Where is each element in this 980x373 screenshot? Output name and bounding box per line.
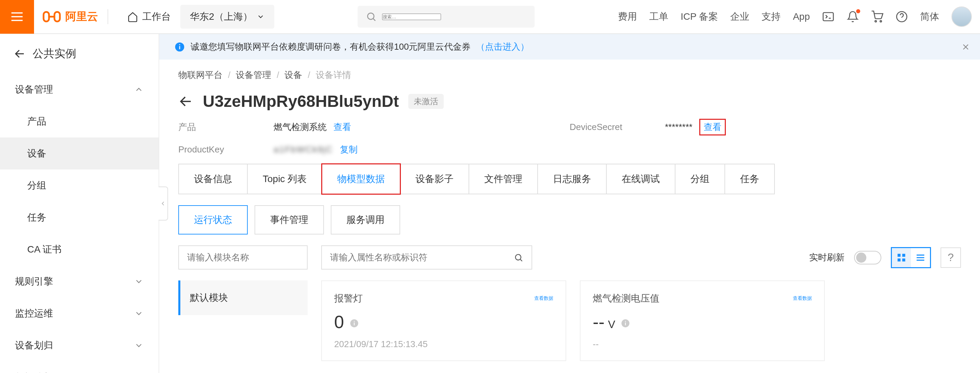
tab-log-service[interactable]: 日志服务 (537, 164, 607, 194)
nav-group-rule-engine[interactable]: 规则引擎 (0, 265, 159, 297)
bc-iot-platform[interactable]: 物联网平台 (178, 69, 223, 81)
tab-tsl-data[interactable]: 物模型数据 (321, 163, 401, 194)
bc-device-mgmt[interactable]: 设备管理 (236, 69, 271, 81)
terminal-button[interactable] (822, 11, 834, 23)
bc-devices[interactable]: 设备 (285, 69, 302, 81)
productkey-copy-link[interactable]: 复制 (340, 143, 358, 156)
svg-line-25 (520, 259, 522, 261)
view-list-button[interactable] (911, 248, 930, 267)
card-view-data-link[interactable]: 查看数据 (793, 295, 812, 301)
back-button[interactable] (178, 94, 193, 109)
search-input[interactable] (382, 14, 441, 20)
module-search-input[interactable] (187, 252, 298, 263)
svg-rect-37 (625, 323, 626, 325)
link-cost[interactable]: 费用 (618, 10, 637, 23)
nav-group-device-assign[interactable]: 设备划归 (0, 330, 159, 362)
svg-rect-4 (54, 12, 60, 21)
view-grid-button[interactable] (892, 248, 911, 267)
tab-group[interactable]: 分组 (675, 164, 725, 194)
svg-point-6 (368, 13, 374, 19)
tab-task[interactable]: 任务 (724, 164, 775, 194)
brand-logo[interactable]: 阿里云 (42, 9, 108, 24)
help-button[interactable] (896, 11, 908, 23)
nav-group-device-mgmt[interactable]: 设备管理 (0, 73, 159, 105)
tab-online-debug[interactable]: 在线调试 (606, 164, 675, 194)
nav-group-monitor[interactable]: 监控运维 (0, 297, 159, 330)
sidebar-back[interactable]: 公共实例 (0, 34, 159, 73)
link-app[interactable]: App (793, 11, 810, 22)
secret-view-link[interactable]: 查看 (704, 122, 721, 132)
cart-button[interactable] (871, 11, 883, 23)
link-lang[interactable]: 简体 (920, 10, 939, 23)
chevron-down-icon (134, 277, 143, 286)
card-unit: V (608, 318, 615, 331)
subtab-service-call[interactable]: 服务调用 (331, 205, 400, 234)
module-item-default[interactable]: 默认模块 (178, 281, 308, 315)
avatar[interactable] (951, 6, 972, 27)
attr-search-box[interactable] (321, 245, 532, 269)
nav-item-ca[interactable]: CA 证书 (0, 233, 159, 265)
terminal-icon (822, 11, 834, 23)
svg-rect-17 (179, 46, 180, 49)
svg-rect-35 (354, 321, 355, 322)
subtab-runtime-status[interactable]: 运行状态 (178, 205, 248, 234)
nav-item-device[interactable]: 设备 (0, 137, 159, 169)
home-icon (127, 11, 138, 22)
nav-item-product[interactable]: 产品 (0, 105, 159, 137)
svg-rect-27 (902, 253, 905, 257)
nav-item-task[interactable]: 任务 (0, 201, 159, 233)
info-hint-icon[interactable] (350, 319, 359, 328)
card-value: -- (593, 312, 605, 332)
tab-device-info[interactable]: 设备信息 (178, 164, 248, 194)
tabs: 设备信息 Topic 列表 物模型数据 设备影子 文件管理 日志服务 在线调试 … (159, 164, 980, 194)
card-gas-voltage: 燃气检测电压值 查看数据 -- V -- (580, 281, 825, 361)
global-search[interactable] (358, 6, 535, 27)
workbench-link[interactable]: 工作台 (118, 5, 180, 29)
link-support[interactable]: 支持 (762, 10, 781, 23)
title-row: U3zeHMpRy68HBlu5ynDt 未激活 (159, 85, 980, 119)
info-hint-icon[interactable] (620, 319, 630, 328)
tab-device-shadow[interactable]: 设备影子 (400, 164, 469, 194)
subtab-event-mgmt[interactable]: 事件管理 (255, 205, 324, 234)
module-search-box[interactable] (178, 245, 308, 269)
meta-product-value: 燃气检测系统 (274, 121, 327, 133)
info-banner: 诚邀您填写物联网平台依赖度调研问卷，有机会获得100元阿里云代金券 （点击进入） (159, 34, 980, 59)
help-icon (896, 11, 908, 23)
hamburger-icon (10, 9, 24, 24)
card-value: 0 (334, 312, 344, 332)
tab-file-mgmt[interactable]: 文件管理 (469, 164, 538, 194)
realtime-label: 实时刷新 (809, 252, 845, 263)
banner-close[interactable] (961, 42, 970, 52)
product-view-link[interactable]: 查看 (334, 121, 351, 133)
link-ticket[interactable]: 工单 (649, 10, 668, 23)
cart-icon (871, 11, 883, 23)
link-enterprise[interactable]: 企业 (730, 10, 749, 23)
sidebar-collapse-handle[interactable] (159, 186, 168, 220)
link-icp[interactable]: ICP 备案 (681, 10, 718, 23)
realtime-toggle[interactable] (854, 251, 881, 265)
card-timestamp: 2021/09/17 12:15:13.45 (334, 339, 553, 349)
property-cards: 报警灯 查看数据 0 2021/09/17 12:15:13.45 燃气检测电压… (321, 281, 961, 361)
hamburger-menu[interactable] (0, 0, 34, 34)
panel-help-button[interactable]: ? (940, 247, 961, 268)
bc-current: 设备详情 (316, 69, 351, 81)
svg-rect-18 (179, 44, 180, 45)
meta-secret-masked: ******** (665, 122, 692, 132)
chevron-up-icon (134, 85, 143, 94)
attr-search-input[interactable] (330, 252, 508, 263)
nav-item-group[interactable]: 分组 (0, 169, 159, 201)
nav-group-data-analysis[interactable]: 数据分析 (0, 362, 159, 373)
meta-product-label: 产品 (178, 121, 274, 133)
region-selector[interactable]: 华东2（上海） (180, 5, 274, 29)
subtabs: 运行状态 事件管理 服务调用 (159, 194, 980, 234)
arrow-left-icon (14, 48, 26, 60)
svg-point-24 (515, 254, 521, 260)
toggle-knob (856, 252, 866, 263)
card-timestamp: -- (593, 339, 812, 349)
info-icon (174, 41, 185, 53)
notifications-button[interactable] (846, 11, 859, 23)
topbar: 阿里云 工作台 华东2（上海） 费用 工单 ICP 备案 企业 支持 App (0, 0, 980, 34)
card-view-data-link[interactable]: 查看数据 (534, 295, 553, 301)
tab-topic-list[interactable]: Topic 列表 (247, 164, 322, 194)
banner-link[interactable]: （点击进入） (476, 41, 529, 53)
